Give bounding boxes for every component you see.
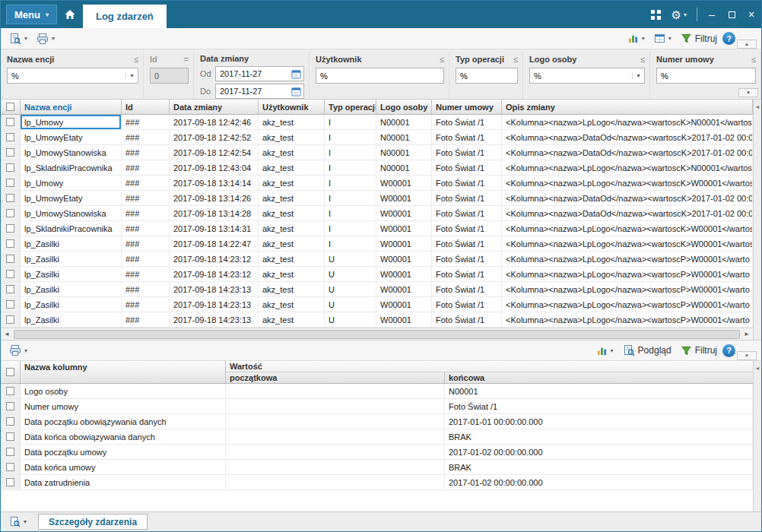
column-header-koncowa[interactable]: końcowa — [445, 372, 753, 383]
collapse-filter-panel-button[interactable]: ▴ — [737, 40, 757, 49]
column-header-nazwa-encji[interactable]: Nazwa encji — [21, 100, 122, 114]
scroll-left-icon[interactable]: ◄ — [1, 328, 13, 340]
date-to-input[interactable]: 2017-11-27 — [215, 84, 304, 99]
row-checkbox-cell[interactable] — [1, 221, 21, 236]
row-checkbox-cell[interactable] — [1, 282, 21, 296]
row-checkbox-cell[interactable] — [1, 206, 21, 220]
details-row[interactable]: Data zatrudnienia 2017-01-02 00:00:00.00… — [1, 475, 753, 490]
row-checkbox[interactable] — [6, 315, 14, 324]
row-checkbox[interactable] — [6, 255, 14, 263]
row-checkbox-cell[interactable] — [1, 429, 21, 444]
filter-button-top[interactable]: Filtruj — [677, 31, 721, 46]
row-checkbox[interactable] — [6, 148, 14, 157]
tab-log-zdarzen[interactable]: Log zdarzeń — [83, 5, 167, 28]
table-row[interactable]: lp_SkladnikiPracownika ### 2017-09-18 12… — [1, 160, 753, 176]
record-preview-button[interactable]: ▾ — [5, 31, 31, 46]
column-header-id[interactable]: Id — [122, 100, 170, 114]
details-row[interactable]: Numer umowy Foto Świat /1 — [1, 399, 753, 414]
row-checkbox[interactable] — [6, 209, 14, 217]
column-header-logo-osoby[interactable]: Logo osoby — [376, 100, 432, 114]
row-checkbox-cell[interactable] — [1, 399, 21, 413]
row-checkbox-cell[interactable] — [1, 312, 21, 327]
row-checkbox-cell[interactable] — [1, 252, 21, 266]
table-row[interactable]: lp_SkladnikiPracownika ### 2017-09-18 13… — [1, 221, 753, 236]
row-checkbox[interactable] — [6, 300, 14, 309]
print-button[interactable]: ▾ — [33, 31, 59, 46]
row-checkbox-cell[interactable] — [1, 297, 21, 312]
help-button-details[interactable]: ? — [722, 344, 735, 357]
table-row[interactable]: lp_Zasilki ### 2017-09-18 14:23:13 akz_t… — [1, 297, 753, 312]
row-checkbox[interactable] — [6, 432, 14, 441]
filter-input-typ-operacji[interactable] — [456, 68, 518, 84]
column-header-wartosc[interactable]: Wartość — [226, 361, 753, 372]
maximize-button[interactable] — [722, 1, 741, 28]
filter-input-id[interactable] — [150, 68, 189, 84]
row-checkbox-cell[interactable] — [1, 414, 21, 429]
minimize-button[interactable]: – — [702, 1, 722, 28]
row-checkbox[interactable] — [6, 417, 14, 426]
row-checkbox-cell[interactable] — [1, 267, 21, 281]
column-header-typ-operacji[interactable]: Typ operacji — [325, 100, 376, 114]
table-row[interactable]: lp_Umowy ### 2017-09-18 13:14:14 akz_tes… — [1, 176, 753, 191]
table-row[interactable]: lp_UmowyEtaty ### 2017-09-18 13:14:26 ak… — [1, 191, 753, 206]
settings-gear-button[interactable]: ⚙ ▾ — [666, 1, 692, 28]
row-checkbox[interactable] — [6, 224, 14, 233]
help-button-top[interactable]: ? — [722, 32, 735, 45]
row-checkbox-cell[interactable] — [1, 445, 21, 459]
row-checkbox[interactable] — [6, 179, 14, 187]
row-checkbox-cell[interactable] — [1, 384, 21, 398]
row-checkbox-cell[interactable] — [1, 475, 21, 489]
table-row[interactable]: lp_Zasilki ### 2017-09-18 14:23:13 akz_t… — [1, 312, 753, 328]
row-checkbox-cell[interactable] — [1, 191, 21, 205]
details-row[interactable]: Data początku obowiązywania danych 2017-… — [1, 414, 753, 429]
collapse-details-filter-button[interactable]: ▾ — [737, 351, 757, 360]
tab-szczegoly-zdarzenia[interactable]: Szczegóły zdarzenia — [38, 514, 148, 530]
column-header-uzytkownik[interactable]: Użytkownik — [259, 100, 325, 114]
column-header-opis-zmiany[interactable]: Opis zmiany — [502, 100, 753, 114]
details-row[interactable]: Data końca umowy BRAK — [1, 460, 753, 475]
row-checkbox-cell[interactable] — [1, 145, 21, 160]
preview-button[interactable]: Podgląd — [619, 343, 675, 358]
table-row[interactable]: lp_Zasilki ### 2017-09-18 14:23:13 akz_t… — [1, 282, 753, 297]
row-checkbox[interactable] — [6, 448, 14, 456]
grid-settings-button[interactable]: ▾ — [650, 31, 675, 46]
grid-side-rail[interactable]: ◄ — [753, 100, 761, 340]
row-checkbox-cell[interactable] — [1, 236, 21, 251]
details-select-all-cell[interactable] — [1, 361, 21, 383]
row-checkbox-cell[interactable] — [1, 460, 21, 474]
table-row[interactable]: lp_Zasilki ### 2017-09-18 14:23:12 akz_t… — [1, 267, 753, 282]
filter-combo-nazwa-encji[interactable]: % ▾ — [7, 68, 138, 84]
row-checkbox[interactable] — [6, 285, 14, 293]
details-row[interactable]: Logo osoby N00001 — [1, 384, 753, 399]
print-button-details[interactable]: ▾ — [5, 343, 31, 358]
apps-grid-button[interactable] — [646, 1, 666, 28]
row-checkbox[interactable] — [6, 133, 14, 141]
row-checkbox[interactable] — [6, 463, 14, 471]
row-checkbox[interactable] — [6, 239, 14, 248]
home-button[interactable] — [57, 5, 83, 24]
chart-button[interactable]: ▾ — [624, 31, 649, 46]
column-header-numer-umowy[interactable]: Numer umowy — [432, 100, 502, 114]
row-checkbox[interactable] — [6, 270, 14, 278]
filter-input-numer-umowy[interactable] — [656, 68, 756, 84]
filter-combo-logo-osoby[interactable]: % ▾ — [529, 68, 645, 84]
column-header-nazwa-kolumny[interactable]: Nazwa kolumny — [21, 361, 226, 383]
filter-input-uzytkownik[interactable] — [316, 68, 444, 84]
row-checkbox[interactable] — [6, 387, 14, 395]
scrollbar-thumb[interactable] — [14, 330, 740, 339]
footer-view-button[interactable]: ▾ — [5, 515, 30, 529]
row-checkbox-cell[interactable] — [1, 160, 21, 175]
chart-button-details[interactable]: ▾ — [592, 344, 618, 358]
select-all-cell[interactable] — [1, 100, 21, 114]
date-from-input[interactable]: 2017-11-27 — [215, 66, 304, 81]
close-button[interactable]: × — [741, 1, 761, 28]
row-checkbox[interactable] — [6, 163, 14, 172]
horizontal-scrollbar[interactable]: ◄ ► — [1, 328, 753, 340]
row-checkbox-cell[interactable] — [1, 115, 21, 129]
scroll-right-icon[interactable]: ► — [741, 328, 753, 340]
row-checkbox[interactable] — [6, 478, 14, 486]
expand-filter-panel-button[interactable]: ▾ — [738, 88, 758, 97]
details-row[interactable]: Data końca obowiązywania danych BRAK — [1, 429, 753, 445]
select-all-checkbox[interactable] — [6, 368, 14, 376]
row-checkbox[interactable] — [6, 118, 14, 126]
